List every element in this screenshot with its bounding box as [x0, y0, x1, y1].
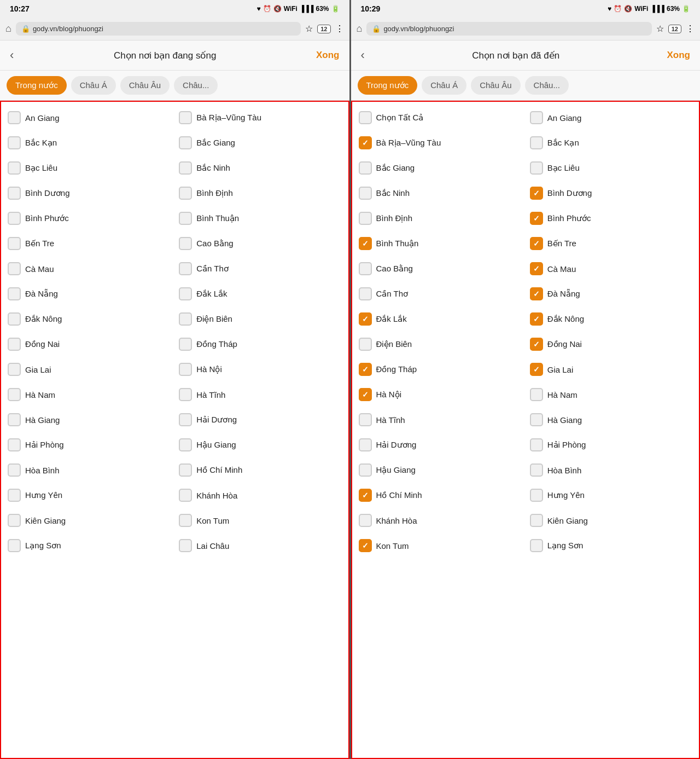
- checkbox[interactable]: [530, 438, 543, 451]
- checkbox[interactable]: [179, 262, 192, 275]
- list-item[interactable]: Bình Dương: [526, 181, 697, 206]
- list-item[interactable]: Gia Lai: [526, 357, 697, 382]
- list-item[interactable]: Bình Thuận: [354, 231, 526, 256]
- list-item[interactable]: Hải Dương: [174, 407, 346, 432]
- list-item[interactable]: Hà Nam: [526, 382, 697, 407]
- checkbox[interactable]: [8, 489, 21, 502]
- tab-other-1[interactable]: Châu...: [174, 76, 218, 95]
- list-item[interactable]: Khánh Hòa: [354, 508, 526, 533]
- checkbox[interactable]: [359, 438, 372, 451]
- list-item[interactable]: Hải Phòng: [526, 432, 697, 457]
- list-item[interactable]: Bà Rịa–Vũng Tàu: [174, 105, 346, 130]
- checkbox[interactable]: [8, 212, 21, 225]
- list-item[interactable]: Bình Thuận: [174, 206, 346, 231]
- tab-badge-1[interactable]: 12: [317, 25, 330, 33]
- list-item[interactable]: Cần Thơ: [354, 281, 526, 306]
- list-item[interactable]: Kon Tum: [174, 508, 346, 533]
- list-item[interactable]: Hưng Yên: [526, 483, 697, 508]
- list-item[interactable]: Bà Rịa–Vũng Tàu: [354, 130, 526, 155]
- list-item[interactable]: Gia Lai: [3, 357, 174, 382]
- checkbox[interactable]: [179, 338, 192, 351]
- checkbox[interactable]: [8, 111, 21, 124]
- checkbox[interactable]: [359, 514, 372, 527]
- list-item[interactable]: Bến Tre: [526, 231, 697, 256]
- url-bar-2[interactable]: 🔒 gody.vn/blog/phuongzi: [366, 22, 651, 36]
- checkbox[interactable]: [359, 539, 372, 552]
- list-item[interactable]: Chọn Tất Cả: [354, 105, 526, 130]
- checkbox[interactable]: [530, 388, 543, 401]
- list-item[interactable]: Hà Nội: [174, 357, 346, 382]
- checkbox[interactable]: [359, 136, 372, 149]
- checkbox[interactable]: [179, 237, 192, 250]
- checkbox[interactable]: [530, 463, 543, 477]
- list-item[interactable]: Đà Nẵng: [3, 281, 174, 306]
- list-item[interactable]: Bắc Giang: [174, 130, 346, 155]
- list-item[interactable]: Khánh Hòa: [174, 483, 346, 508]
- list-item[interactable]: Lạng Sơn: [526, 533, 697, 558]
- checkbox[interactable]: [179, 539, 192, 552]
- checkbox[interactable]: [530, 338, 543, 351]
- list-item[interactable]: Bình Định: [354, 206, 526, 231]
- checkbox[interactable]: [8, 463, 21, 477]
- done-button-1[interactable]: Xong: [316, 50, 340, 61]
- list-item[interactable]: Bình Định: [174, 181, 346, 206]
- list-item[interactable]: Cà Mau: [526, 256, 697, 281]
- star-icon-2[interactable]: ☆: [656, 24, 664, 34]
- checkbox[interactable]: [8, 312, 21, 326]
- checkbox[interactable]: [530, 514, 543, 527]
- list-item[interactable]: Đà Nẵng: [526, 281, 697, 306]
- list-item[interactable]: Bạc Liêu: [526, 155, 697, 181]
- checkbox[interactable]: [530, 363, 543, 376]
- checkbox[interactable]: [530, 111, 543, 124]
- checkbox[interactable]: [359, 111, 372, 124]
- checkbox[interactable]: [530, 136, 543, 149]
- checkbox[interactable]: [530, 413, 543, 426]
- checkbox[interactable]: [359, 413, 372, 426]
- home-icon-1[interactable]: ⌂: [5, 23, 11, 34]
- checkbox[interactable]: [359, 463, 372, 477]
- list-item[interactable]: Cà Mau: [3, 256, 174, 281]
- list-item[interactable]: Điện Biên: [354, 332, 526, 357]
- tab-chauu-1[interactable]: Châu Âu: [120, 76, 170, 95]
- checkbox[interactable]: [530, 237, 543, 250]
- checkbox[interactable]: [8, 287, 21, 300]
- list-item[interactable]: Đồng Nai: [3, 332, 174, 357]
- checkbox[interactable]: [179, 187, 192, 200]
- checkbox[interactable]: [179, 136, 192, 149]
- checkbox[interactable]: [530, 187, 543, 200]
- checkbox[interactable]: [179, 287, 192, 300]
- checkbox[interactable]: [359, 338, 372, 351]
- checkbox[interactable]: [179, 489, 192, 502]
- tab-trongnuoc-1[interactable]: Trong nước: [7, 76, 67, 95]
- list-item[interactable]: Đắk Lắk: [174, 281, 346, 306]
- list-item[interactable]: Hà Giang: [3, 407, 174, 432]
- list-item[interactable]: Đồng Nai: [526, 332, 697, 357]
- checkbox[interactable]: [179, 161, 192, 175]
- checkbox[interactable]: [8, 187, 21, 200]
- checkbox[interactable]: [359, 489, 372, 502]
- home-icon-2[interactable]: ⌂: [357, 23, 363, 34]
- tab-other-2[interactable]: Châu...: [525, 76, 569, 95]
- checkbox[interactable]: [8, 388, 21, 401]
- checkbox[interactable]: [359, 312, 372, 326]
- menu-icon-1[interactable]: ⋮: [335, 24, 344, 34]
- list-item[interactable]: An Giang: [3, 105, 174, 130]
- checkbox[interactable]: [8, 237, 21, 250]
- checkbox[interactable]: [179, 514, 192, 527]
- list-item[interactable]: Hà Tĩnh: [174, 382, 346, 407]
- checkbox[interactable]: [179, 388, 192, 401]
- checkbox[interactable]: [179, 463, 192, 477]
- checkbox[interactable]: [8, 539, 21, 552]
- checkbox[interactable]: [359, 287, 372, 300]
- checkbox[interactable]: [8, 514, 21, 527]
- list-item[interactable]: Cao Bằng: [354, 256, 526, 281]
- list-item[interactable]: Lạng Sơn: [3, 533, 174, 558]
- checkbox[interactable]: [179, 111, 192, 124]
- list-item[interactable]: Bắc Ninh: [354, 181, 526, 206]
- list-item[interactable]: Hậu Giang: [174, 432, 346, 457]
- list-item[interactable]: An Giang: [526, 105, 697, 130]
- list-item[interactable]: Hà Giang: [526, 407, 697, 432]
- list-item[interactable]: Cần Thơ: [174, 256, 346, 281]
- checkbox[interactable]: [8, 363, 21, 376]
- tab-badge-2[interactable]: 12: [668, 25, 681, 33]
